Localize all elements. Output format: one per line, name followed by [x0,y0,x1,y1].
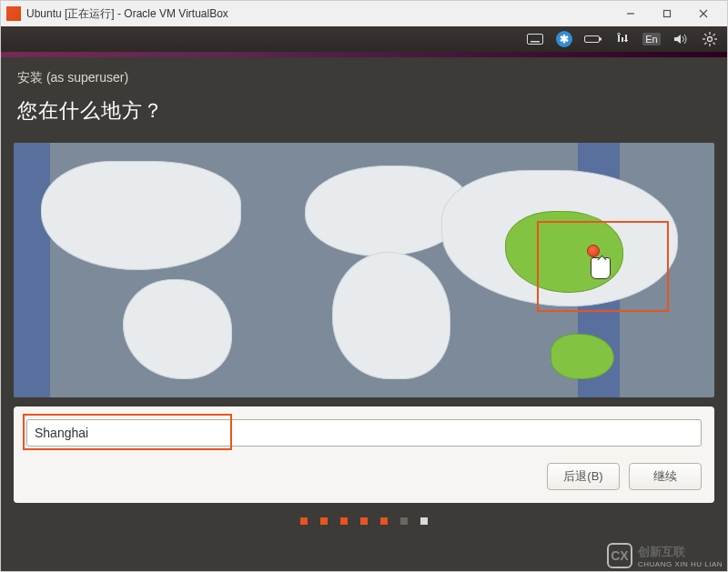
guest-menubar: ✱ En [1,26,727,52]
pager-dot [320,517,328,525]
svg-rect-7 [600,38,602,41]
svg-rect-4 [528,35,543,45]
pager-dot [340,517,348,525]
minimize-button[interactable] [612,2,649,25]
close-button[interactable] [685,2,722,25]
accessibility-icon[interactable]: ✱ [554,29,574,49]
settings-gear-icon[interactable] [700,29,720,49]
svg-line-16 [704,43,706,45]
pager-dot [400,517,408,525]
battery-icon[interactable] [583,29,603,49]
network-icon[interactable] [612,29,632,49]
timezone-map[interactable] [14,143,714,397]
maximize-button[interactable] [649,2,685,25]
installer-body: 安装 (as superuser) 您在什么地方？ 后退(B) [1,57,727,571]
back-button[interactable]: 后退(B) [547,463,620,490]
installer-question: 您在什么地方？ [1,92,727,143]
australia-highlight [551,334,614,379]
pager-dot [300,517,308,525]
pager-dot [420,517,428,525]
watermark-sub: CHUANG XIN HU LIAN [638,560,723,568]
step-pager [1,508,727,534]
timezone-input[interactable] [26,419,702,447]
svg-line-13 [704,34,706,35]
svg-rect-5 [531,41,540,43]
svg-rect-1 [664,11,671,17]
hand-cursor-icon [591,257,611,279]
svg-line-14 [713,43,715,45]
keyboard-icon[interactable] [525,29,545,49]
watermark-brand: 创新互联 [638,544,723,560]
lower-panel: 后退(B) 继续 [14,406,714,503]
pager-dot [360,517,368,525]
pager-dot [380,517,388,525]
titlebar: Ubuntu [正在运行] - Oracle VM VirtualBox [1,1,727,26]
sound-icon[interactable] [671,29,691,49]
svg-point-8 [708,37,713,42]
window-title: Ubuntu [正在运行] - Oracle VM VirtualBox [26,6,228,22]
location-pin-icon [587,245,600,257]
watermark: CX 创新互联 CHUANG XIN HU LIAN [607,543,723,568]
installer-subtitle: 安装 (as superuser) [1,57,727,92]
tz-band [14,143,50,397]
virtualbox-window: Ubuntu [正在运行] - Oracle VM VirtualBox ✱ E… [0,0,728,572]
app-icon [6,6,21,21]
continue-button[interactable]: 继续 [629,463,702,490]
svg-line-15 [713,34,715,35]
language-indicator[interactable]: En [642,29,662,49]
action-row: 后退(B) 继续 [26,463,702,490]
svg-rect-6 [585,36,600,43]
watermark-logo-icon: CX [607,543,632,568]
